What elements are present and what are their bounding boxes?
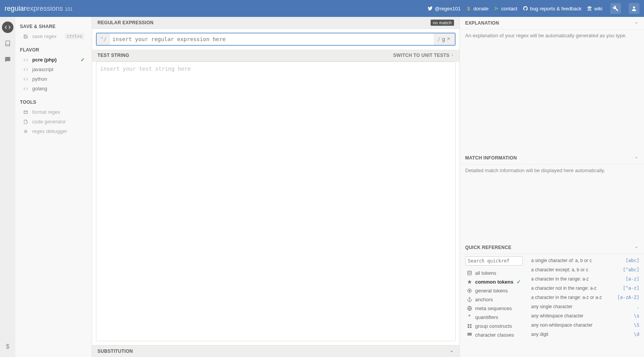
tool-icon: [23, 110, 28, 115]
qref-cat-common-tokens[interactable]: common tokens✓: [465, 277, 527, 286]
svg-rect-19: [467, 334, 469, 335]
svg-point-8: [469, 297, 470, 299]
user-button[interactable]: [629, 3, 639, 14]
flavor-header: FLAVOR: [15, 45, 89, 55]
token-row[interactable]: any digit\d: [529, 330, 642, 339]
right-panel: EXPLANATION An explanation of your regex…: [460, 17, 644, 357]
explanation-header[interactable]: EXPLANATION: [460, 17, 644, 30]
token-code: [a-z]: [626, 276, 639, 282]
tool-label: code generator: [32, 119, 66, 125]
token-row[interactable]: a character except: a, b or c[^abc]: [529, 266, 642, 274]
quickref-categories: all tokenscommon tokens✓general tokensan…: [465, 256, 527, 355]
dollar-icon: $: [466, 6, 471, 11]
token-code: .: [637, 304, 639, 309]
svg-rect-1: [24, 111, 28, 113]
token-code: [^abc]: [623, 267, 639, 272]
flavor-python[interactable]: python: [15, 74, 89, 84]
regex-flags[interactable]: / g: [434, 33, 455, 45]
svg-rect-20: [469, 334, 470, 335]
regex-open-delim[interactable]: "/: [97, 33, 110, 45]
token-row[interactable]: a character in the range: a-z[a-z]: [529, 275, 642, 283]
svg-rect-21: [470, 334, 471, 335]
flavor-javascript[interactable]: javascript: [15, 65, 89, 74]
regex-header: REGULAR EXPRESSION no match: [92, 17, 459, 29]
qref-cat-group-constructs[interactable]: group constructs: [465, 322, 527, 330]
wiki-link[interactable]: wiki: [587, 6, 603, 12]
token-desc: any digit: [531, 332, 634, 337]
code-icon: [23, 57, 28, 63]
flavor-label: python: [32, 76, 47, 82]
match-info-header[interactable]: MATCH INFORMATION: [460, 152, 644, 164]
token-desc: a character except: a, b or c: [531, 267, 623, 272]
rail-regex-icon[interactable]: [2, 22, 13, 33]
token-code: \S: [634, 322, 639, 328]
tool-label: regex debugger: [32, 128, 67, 134]
flavor-label: pcre (php): [32, 57, 57, 63]
donate-link[interactable]: $donate: [466, 6, 489, 12]
qref-cat-all-tokens[interactable]: all tokens: [465, 269, 527, 277]
token-row[interactable]: a single character of: a, b or c[abc]: [529, 256, 642, 265]
substitution-header[interactable]: SUBSTITUTION: [92, 345, 459, 357]
no-match-badge: no match: [431, 20, 454, 26]
svg-rect-13: [470, 324, 471, 325]
token-code: \d: [634, 332, 639, 337]
token-row[interactable]: a character in the range: a-z or a-z[a-z…: [529, 293, 642, 302]
star-icon: [467, 279, 472, 284]
qref-cat-general-tokens[interactable]: general tokens: [465, 286, 527, 295]
bug-link[interactable]: bug reports & feedback: [523, 6, 581, 12]
svg-rect-16: [467, 333, 469, 334]
globe-icon: [467, 306, 472, 311]
switch-unit-tests[interactable]: SWITCH TO UNIT TESTS: [393, 53, 454, 58]
flavor-golang[interactable]: golang: [15, 84, 89, 93]
tool-format-regex[interactable]: format regex: [15, 107, 89, 117]
svg-rect-3: [25, 130, 26, 133]
svg-rect-14: [467, 326, 469, 328]
tools-header: TOOLS: [15, 97, 89, 107]
qref-cat-label: common tokens: [475, 279, 514, 285]
qref-cat-anchors[interactable]: anchors: [465, 295, 527, 304]
twitter-link[interactable]: @regex101: [428, 6, 461, 12]
svg-point-7: [469, 290, 470, 291]
token-desc: any non-whitespace character: [531, 322, 634, 328]
check-icon: ✓: [517, 279, 521, 285]
token-desc: any single character: [531, 304, 637, 309]
quickref-search[interactable]: [465, 256, 523, 266]
qref-cat-label: group constructs: [475, 323, 512, 329]
regex-input[interactable]: [110, 33, 434, 45]
rail-donate-icon[interactable]: $: [2, 341, 13, 352]
token-row[interactable]: a character not in the range: a-z[^a-z]: [529, 284, 642, 292]
save-regex-label: save regex: [32, 33, 57, 39]
svg-rect-12: [467, 324, 469, 325]
code-icon: [23, 76, 28, 82]
explanation-body: An explanation of your regex will be aut…: [460, 30, 644, 152]
rail-chat-icon[interactable]: [2, 54, 13, 65]
token-row[interactable]: any whitespace character\s: [529, 312, 642, 320]
main-area: REGULAR EXPRESSION no match "/ / g TEST …: [92, 17, 460, 357]
quickref-tokens: a single character of: a, b or c[abc]a c…: [529, 256, 644, 355]
rail-library-icon[interactable]: [2, 38, 13, 49]
qref-cat-label: meta sequences: [475, 306, 512, 311]
flavor-pcrephp[interactable]: pcre (php)✓: [15, 55, 89, 65]
save-regex-item[interactable]: save regex ctrl+s: [15, 32, 89, 41]
chevron-down-icon: [634, 21, 639, 25]
anchor-icon: [467, 297, 472, 302]
qref-cat-quantifiers[interactable]: *quantifiers: [465, 313, 527, 322]
settings-button[interactable]: [610, 3, 621, 14]
qref-cat-character-classes[interactable]: character classes: [465, 330, 527, 339]
twitter-icon: [428, 6, 433, 11]
tool-regex-debugger[interactable]: regex debugger: [15, 126, 89, 136]
contact-link[interactable]: contact: [494, 6, 517, 12]
logo[interactable]: regularexpressions101: [5, 5, 73, 13]
token-desc: a character in the range: a-z or a-z: [531, 295, 617, 300]
svg-rect-18: [470, 333, 471, 334]
token-row[interactable]: any single character.: [529, 302, 642, 311]
tool-code-generator[interactable]: code generator: [15, 117, 89, 126]
grid-icon: [467, 323, 472, 329]
svg-marker-5: [467, 280, 472, 284]
quick-ref-header[interactable]: QUICK REFERENCE: [460, 241, 644, 254]
test-string-input[interactable]: [96, 61, 456, 341]
token-row[interactable]: any non-whitespace character\S: [529, 321, 642, 329]
chevron-down-icon: [634, 156, 639, 160]
tool-icon: [23, 129, 28, 134]
qref-cat-meta-sequences[interactable]: meta sequences: [465, 304, 527, 313]
